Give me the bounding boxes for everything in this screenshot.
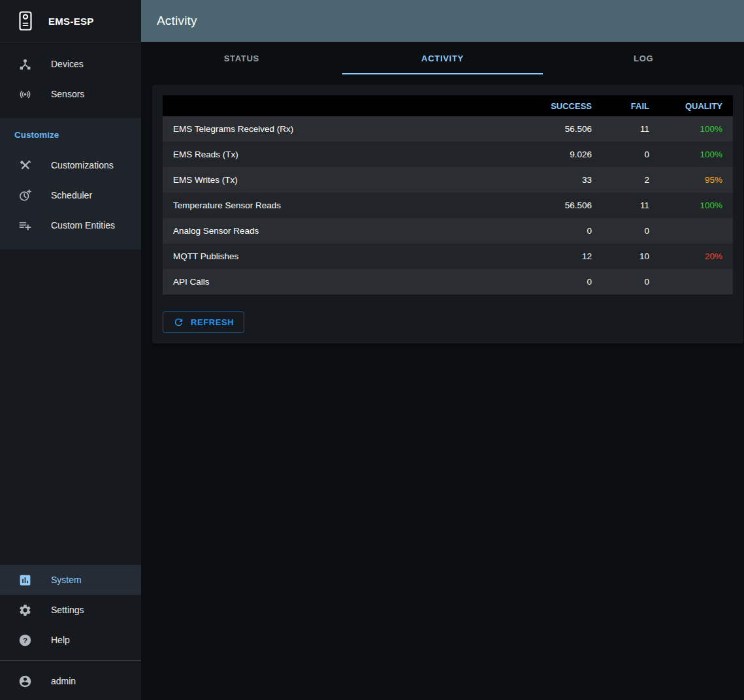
sidebar-item-label: Help [51, 635, 70, 645]
activity-table: SUCCESS FAIL QUALITY EMS Telegrams Recei… [163, 95, 733, 294]
sidebar-item-admin[interactable]: admin [0, 666, 141, 696]
table-row: MQTT Publishes 12 10 20% [163, 244, 733, 269]
sidebar-item-label: Customizations [51, 160, 114, 170]
tab-activity[interactable]: ACTIVITY [342, 42, 543, 74]
sidebar-item-customizations[interactable]: Customizations [0, 150, 141, 180]
metric-quality [660, 269, 733, 294]
sidebar-nav-top: Devices Sensors [0, 42, 141, 109]
metric-fail: 0 [602, 269, 660, 294]
sidebar-user-area: admin [0, 666, 141, 700]
metric-name: MQTT Publishes [163, 244, 517, 269]
svg-text:?: ? [23, 636, 27, 644]
metric-name: API Calls [163, 269, 517, 294]
metric-quality: 20% [660, 244, 733, 269]
sidebar-item-sensors[interactable]: Sensors [0, 79, 141, 109]
metric-fail: 11 [602, 193, 660, 218]
tab-bar: STATUS ACTIVITY LOG [141, 42, 744, 74]
sidebar-item-custom-entities[interactable]: Custom Entities [0, 210, 141, 240]
section-title-customize: Customize [0, 122, 141, 150]
help-icon: ? [17, 632, 33, 648]
sidebar-item-label: System [51, 575, 82, 585]
sidebar-spacer [0, 249, 141, 565]
metric-fail: 10 [602, 244, 660, 269]
metric-success: 33 [517, 167, 602, 193]
metric-success: 12 [517, 244, 602, 269]
sidebar-item-scheduler[interactable]: Scheduler [0, 180, 141, 210]
metric-quality: 100% [660, 193, 733, 218]
metric-success: 9.026 [517, 142, 602, 167]
app-header: EMS-ESP [0, 0, 141, 42]
refresh-button-label: REFRESH [191, 317, 234, 327]
metric-fail: 0 [602, 218, 660, 244]
table-header-row: SUCCESS FAIL QUALITY [163, 95, 733, 116]
sidebar-item-devices[interactable]: Devices [0, 49, 141, 79]
sidebar-divider [0, 660, 141, 661]
sidebar-item-system[interactable]: System [0, 565, 141, 595]
metric-fail: 0 [602, 142, 660, 167]
metric-quality [660, 218, 733, 244]
more-time-icon [17, 187, 33, 203]
tab-log[interactable]: LOG [543, 42, 744, 74]
metric-fail: 11 [602, 116, 660, 142]
sidebar-item-label: Sensors [51, 89, 84, 99]
user-name: admin [51, 676, 76, 686]
main-content: STATUS ACTIVITY LOG SUCCESS FAIL QUALITY… [141, 0, 744, 343]
construction-icon [17, 157, 33, 173]
app-title: EMS-ESP [48, 16, 94, 27]
table-row: EMS Telegrams Received (Rx) 56.506 11 10… [163, 116, 733, 142]
table-row: Analog Sensor Reads 0 0 [163, 218, 733, 244]
sidebar-item-help[interactable]: ? Help [0, 625, 141, 655]
metric-success: 56.506 [517, 116, 602, 142]
account-circle-icon [17, 673, 33, 689]
sidebar-nav-bottom: System Settings ? Help [0, 565, 141, 655]
metric-success: 0 [517, 218, 602, 244]
app-logo-icon [14, 10, 37, 32]
column-success: SUCCESS [517, 95, 602, 116]
device-hub-icon [17, 56, 33, 72]
metric-quality: 100% [660, 142, 733, 167]
metric-success: 0 [517, 269, 602, 294]
metric-quality: 95% [660, 167, 733, 193]
page-title: Activity [157, 14, 197, 28]
metric-fail: 2 [602, 167, 660, 193]
metric-name: EMS Writes (Tx) [163, 167, 517, 193]
gear-icon [17, 602, 33, 618]
column-quality: QUALITY [660, 95, 733, 116]
refresh-button[interactable]: REFRESH [163, 311, 244, 333]
sidebar-item-settings[interactable]: Settings [0, 595, 141, 625]
sensors-icon [17, 86, 33, 102]
metric-name: EMS Reads (Tx) [163, 142, 517, 167]
playlist-add-icon [17, 217, 33, 233]
column-name [163, 95, 517, 116]
column-fail: FAIL [602, 95, 660, 116]
metric-name: EMS Telegrams Received (Rx) [163, 116, 517, 142]
table-row: Temperature Sensor Reads 56.506 11 100% [163, 193, 733, 218]
topbar: Activity [141, 0, 744, 42]
sidebar-item-label: Devices [51, 59, 84, 69]
sidebar-section-customize: Customize Customizations Sched [0, 118, 141, 249]
metric-quality: 100% [660, 116, 733, 142]
sidebar-item-label: Scheduler [51, 190, 92, 200]
sidebar-item-label: Settings [51, 605, 84, 615]
metric-success: 56.506 [517, 193, 602, 218]
table-row: EMS Reads (Tx) 9.026 0 100% [163, 142, 733, 167]
metric-name: Temperature Sensor Reads [163, 193, 517, 218]
sidebar-item-label: Custom Entities [51, 220, 115, 231]
table-body: EMS Telegrams Received (Rx) 56.506 11 10… [163, 116, 733, 294]
refresh-icon [173, 317, 184, 328]
sidebar: EMS-ESP Devices Sensors Customize [0, 0, 141, 700]
table-row: API Calls 0 0 [163, 269, 733, 294]
table-header: SUCCESS FAIL QUALITY [163, 95, 733, 116]
table-row: EMS Writes (Tx) 33 2 95% [163, 167, 733, 193]
analytics-icon [17, 572, 33, 588]
metric-name: Analog Sensor Reads [163, 218, 517, 244]
tab-status[interactable]: STATUS [141, 42, 342, 74]
activity-card: SUCCESS FAIL QUALITY EMS Telegrams Recei… [152, 85, 743, 343]
